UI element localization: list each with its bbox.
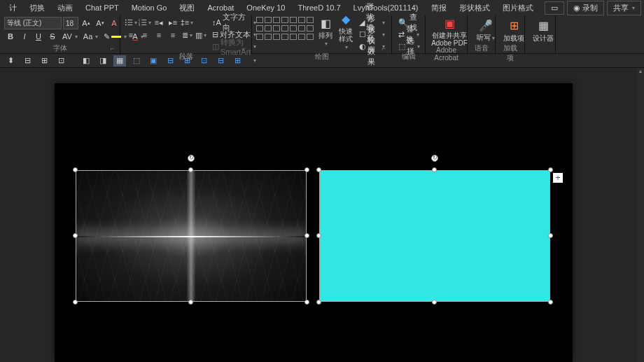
- change-case-button[interactable]: Aa▾: [81, 31, 100, 42]
- columns-button[interactable]: ▥▾: [195, 29, 207, 41]
- svg-point-4: [125, 25, 127, 26]
- tab-view[interactable]: 视图: [173, 0, 201, 16]
- add-shape-button[interactable]: +: [553, 173, 563, 183]
- shapes-gallery[interactable]: [256, 17, 314, 41]
- align-tool-5[interactable]: ◧: [80, 55, 92, 67]
- fill-icon: ◢: [359, 18, 365, 27]
- group-font: A▴ A▾ A B I U S AV▾ Aa▾ ✎▾ A▾ 字体 ⌐: [0, 15, 120, 53]
- increase-font-button[interactable]: A▴: [80, 18, 92, 29]
- para-dialog-launcher[interactable]: ⌐: [242, 45, 249, 52]
- scroll-up-button[interactable]: ▴: [637, 68, 644, 76]
- font-name-select[interactable]: [4, 17, 62, 29]
- resize-handle-mr[interactable]: [304, 233, 309, 238]
- align-tool-2[interactable]: ⊟: [21, 55, 34, 67]
- tab-shapeformat[interactable]: 形状格式: [453, 0, 496, 16]
- bold-button[interactable]: B: [4, 31, 17, 42]
- picture-content: [76, 170, 307, 302]
- rotate-handle[interactable]: [431, 155, 438, 162]
- vertical-scrollbar[interactable]: ▴: [637, 68, 644, 362]
- line-spacing-button[interactable]: ‡≡▾: [181, 17, 193, 28]
- align-center-button[interactable]: ≡: [139, 29, 151, 41]
- group-addins: ⊞ 加载项 加载项: [496, 15, 525, 53]
- select-icon: ⬚: [398, 42, 405, 51]
- group-edit: 🔍查找 ⇄替换▾ ⬚选择▾ 编辑: [392, 15, 426, 53]
- mic-icon: 🎤: [477, 18, 494, 32]
- addins-icon: ⊞: [505, 19, 522, 33]
- replace-icon: ⇄: [398, 30, 405, 39]
- resize-handle-bl[interactable]: [73, 300, 78, 305]
- tab-transition[interactable]: 切换: [23, 0, 51, 16]
- group-adobe: ▣ 创建并共享Adobe PDF Adobe Acrobat: [426, 15, 468, 53]
- group-adobe-label: Adobe Acrobat: [430, 46, 463, 55]
- numbering-button[interactable]: 123▾: [139, 17, 151, 28]
- svg-rect-1: [127, 20, 132, 20]
- select-button[interactable]: ⬚选择▾: [396, 41, 422, 52]
- designer-button[interactable]: ▦ 设计器: [529, 17, 557, 44]
- rotate-handle[interactable]: [188, 155, 195, 162]
- tab-motiongo[interactable]: Motion Go: [125, 1, 174, 15]
- underline-button[interactable]: U: [32, 31, 45, 42]
- record-button[interactable]: ◉录制: [567, 1, 604, 15]
- distributed-button[interactable]: ≣▾: [181, 29, 193, 41]
- char-spacing-button[interactable]: AV▾: [60, 31, 80, 42]
- align-tool-3[interactable]: ⊞: [38, 55, 50, 67]
- share-button[interactable]: 共享▾: [607, 1, 641, 15]
- decrease-indent-button[interactable]: ≡◂: [153, 17, 165, 28]
- resize-handle-tm[interactable]: [432, 167, 437, 172]
- bullets-button[interactable]: ▾: [125, 17, 137, 28]
- resize-handle-br[interactable]: [548, 300, 553, 305]
- outline-icon: ☐: [359, 30, 366, 39]
- group-addins-label: 加载项: [500, 43, 520, 52]
- group-designer: ▦ 设计器: [525, 15, 556, 53]
- align-text-icon: ⊟: [212, 30, 218, 39]
- resize-handle-tr[interactable]: [548, 167, 553, 172]
- resize-handle-bl[interactable]: [316, 300, 321, 305]
- tab-animation[interactable]: 动画: [51, 0, 79, 16]
- group-drawing: ◧ 排列▾ ◆ 快速样式▾ ◢形状填充▾ ☐形状轮廓▾ ◐形状效果▾ 绘图 ⌐: [252, 15, 392, 53]
- canvas[interactable]: + ▴: [0, 68, 644, 362]
- group-drawing-label: 绘图: [256, 52, 387, 60]
- align-tool-1[interactable]: ⬍: [4, 55, 17, 67]
- font-dialog-launcher[interactable]: ⌐: [111, 45, 118, 52]
- resize-handle-bm[interactable]: [188, 300, 193, 305]
- align-tool-4[interactable]: ⊡: [55, 55, 67, 67]
- quick-styles-button[interactable]: ◆ 快速样式▾: [337, 17, 355, 46]
- resize-handle-ml[interactable]: [73, 233, 78, 238]
- clear-format-button[interactable]: A: [108, 18, 120, 29]
- tab-chatppt[interactable]: Chat PPT: [79, 1, 125, 15]
- resize-handle-tm[interactable]: [188, 167, 193, 172]
- italic-button[interactable]: I: [18, 31, 31, 42]
- slide[interactable]: +: [55, 83, 573, 362]
- ribbon-tabs: 计 切换 动画 Chat PPT Motion Go 视图 Acrobat On…: [0, 0, 644, 15]
- group-paragraph-label: 段落: [125, 52, 247, 60]
- resize-handle-mr[interactable]: [548, 233, 553, 238]
- resize-handle-tl[interactable]: [316, 167, 321, 172]
- picture-shape[interactable]: [76, 170, 307, 302]
- resize-handle-tr[interactable]: [304, 167, 309, 172]
- tab-brief[interactable]: 简报: [425, 0, 453, 16]
- addins-button[interactable]: ⊞ 加载项: [500, 17, 528, 43]
- tab-pictureformat[interactable]: 图片格式: [496, 0, 540, 16]
- justify-button[interactable]: ≡: [167, 29, 179, 41]
- decrease-font-button[interactable]: A▾: [94, 18, 106, 29]
- rectangle-shape[interactable]: +: [319, 170, 550, 302]
- simplify-ribbon-button[interactable]: ▭: [545, 1, 564, 15]
- record-icon: ◉: [573, 4, 580, 13]
- align-left-button[interactable]: ≡: [125, 29, 137, 41]
- resize-handle-br[interactable]: [304, 300, 309, 305]
- resize-handle-tl[interactable]: [73, 167, 78, 172]
- strike-button[interactable]: S: [46, 31, 59, 42]
- tab-design[interactable]: 计: [3, 0, 23, 16]
- resize-handle-bm[interactable]: [432, 300, 437, 305]
- text-direction-button[interactable]: ↕A文字方向▾: [210, 17, 258, 28]
- draw-dialog-launcher[interactable]: ⌐: [382, 45, 389, 52]
- ribbon: A▴ A▾ A B I U S AV▾ Aa▾ ✎▾ A▾ 字体 ⌐ ▾: [0, 15, 644, 54]
- align-tool-6[interactable]: ◨: [97, 55, 109, 67]
- resize-handle-ml[interactable]: [316, 233, 321, 238]
- font-size-select[interactable]: [63, 17, 78, 29]
- align-right-button[interactable]: ≡: [153, 29, 165, 41]
- increase-indent-button[interactable]: ▸≡: [167, 17, 179, 28]
- adobe-pdf-button[interactable]: ▣ 创建并共享Adobe PDF: [430, 17, 469, 46]
- arrange-button[interactable]: ◧ 排列▾: [317, 17, 335, 46]
- text-direction-icon: ↕A: [212, 18, 221, 27]
